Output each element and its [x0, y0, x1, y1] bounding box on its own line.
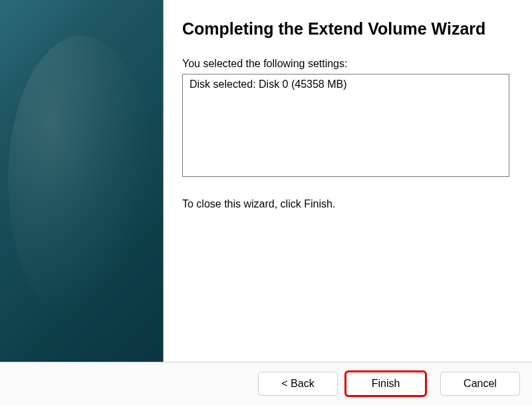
- wizard-body: Completing the Extend Volume Wizard You …: [0, 0, 532, 362]
- wizard-main-panel: Completing the Extend Volume Wizard You …: [164, 0, 532, 362]
- settings-summary-label: You selected the following settings:: [182, 58, 509, 70]
- wizard-button-row: < Back Finish Cancel: [0, 362, 532, 405]
- wizard-title: Completing the Extend Volume Wizard: [182, 19, 509, 39]
- settings-summary-line: Disk selected: Disk 0 (45358 MB): [190, 78, 502, 90]
- finish-button[interactable]: Finish: [346, 372, 426, 396]
- back-button[interactable]: < Back: [258, 372, 338, 396]
- cancel-button[interactable]: Cancel: [440, 372, 520, 396]
- close-instruction-text: To close this wizard, click Finish.: [182, 198, 509, 210]
- extend-volume-wizard: Completing the Extend Volume Wizard You …: [0, 0, 532, 405]
- settings-summary-box[interactable]: Disk selected: Disk 0 (45358 MB): [182, 74, 509, 177]
- wizard-sidebar-graphic: [0, 0, 164, 362]
